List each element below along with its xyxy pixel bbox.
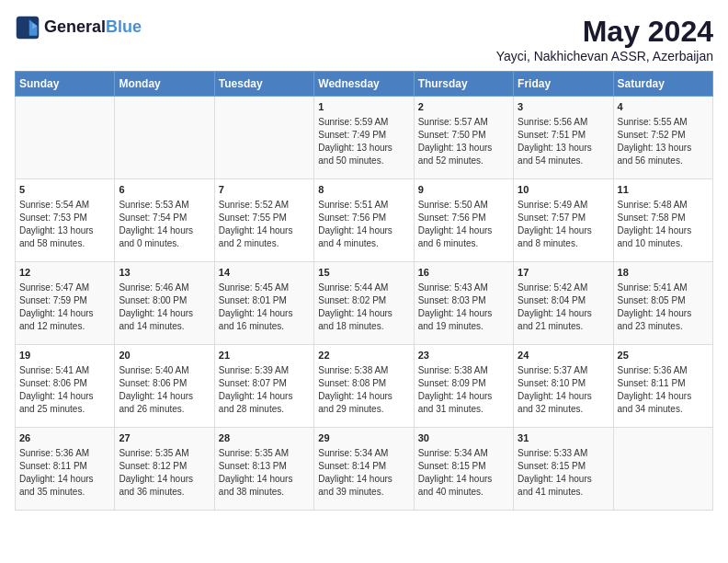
calendar-cell: 29Sunrise: 5:34 AM Sunset: 8:14 PM Dayli…: [314, 428, 414, 511]
cell-info: Sunrise: 5:38 AM Sunset: 8:09 PM Dayligh…: [418, 364, 509, 416]
day-number: 25: [618, 349, 709, 362]
calendar-cell: 31Sunrise: 5:33 AM Sunset: 8:15 PM Dayli…: [514, 428, 613, 511]
logo: GeneralBlue: [15, 15, 142, 40]
cell-info: Sunrise: 5:56 AM Sunset: 7:51 PM Dayligh…: [518, 116, 609, 167]
cell-info: Sunrise: 5:48 AM Sunset: 7:58 PM Dayligh…: [618, 199, 709, 250]
week-row-2: 5Sunrise: 5:54 AM Sunset: 7:53 PM Daylig…: [16, 179, 713, 262]
calendar-cell: 16Sunrise: 5:43 AM Sunset: 8:03 PM Dayli…: [414, 262, 513, 345]
location: Yayci, Nakhichevan ASSR, Azerbaijan: [496, 49, 713, 63]
day-number: 6: [119, 183, 210, 197]
cell-info: Sunrise: 5:40 AM Sunset: 8:06 PM Dayligh…: [119, 364, 210, 416]
cell-info: Sunrise: 5:41 AM Sunset: 8:06 PM Dayligh…: [19, 364, 110, 416]
cell-info: Sunrise: 5:42 AM Sunset: 8:04 PM Dayligh…: [518, 282, 609, 333]
header-day-tuesday: Tuesday: [214, 72, 313, 97]
calendar-cell: 18Sunrise: 5:41 AM Sunset: 8:05 PM Dayli…: [613, 262, 712, 345]
cell-info: Sunrise: 5:34 AM Sunset: 8:14 PM Dayligh…: [318, 447, 409, 499]
week-row-5: 26Sunrise: 5:36 AM Sunset: 8:11 PM Dayli…: [16, 428, 713, 511]
day-number: 13: [119, 266, 210, 280]
cell-info: Sunrise: 5:35 AM Sunset: 8:13 PM Dayligh…: [219, 447, 310, 499]
cell-info: Sunrise: 5:33 AM Sunset: 8:15 PM Dayligh…: [518, 447, 609, 499]
calendar-cell: 6Sunrise: 5:53 AM Sunset: 7:54 PM Daylig…: [115, 179, 214, 262]
day-number: 30: [418, 431, 509, 445]
day-number: 12: [19, 266, 110, 280]
calendar-cell: 24Sunrise: 5:37 AM Sunset: 8:10 PM Dayli…: [514, 345, 613, 428]
calendar-cell: 27Sunrise: 5:35 AM Sunset: 8:12 PM Dayli…: [115, 428, 214, 511]
day-number: 19: [19, 349, 110, 362]
day-number: 23: [418, 349, 509, 362]
calendar-cell: 19Sunrise: 5:41 AM Sunset: 8:06 PM Dayli…: [16, 345, 115, 428]
cell-info: Sunrise: 5:54 AM Sunset: 7:53 PM Dayligh…: [19, 199, 110, 250]
cell-info: Sunrise: 5:46 AM Sunset: 8:00 PM Dayligh…: [119, 282, 210, 333]
cell-info: Sunrise: 5:41 AM Sunset: 8:05 PM Dayligh…: [618, 282, 709, 333]
cell-info: Sunrise: 5:51 AM Sunset: 7:56 PM Dayligh…: [318, 199, 409, 250]
header-day-wednesday: Wednesday: [314, 72, 414, 97]
calendar-cell: 12Sunrise: 5:47 AM Sunset: 7:59 PM Dayli…: [16, 262, 115, 345]
day-number: 24: [518, 349, 609, 362]
calendar-cell: 23Sunrise: 5:38 AM Sunset: 8:09 PM Dayli…: [414, 345, 513, 428]
calendar-cell: 4Sunrise: 5:55 AM Sunset: 7:52 PM Daylig…: [613, 97, 712, 179]
day-number: 26: [19, 431, 110, 445]
day-number: 7: [219, 183, 310, 197]
cell-info: Sunrise: 5:36 AM Sunset: 8:11 PM Dayligh…: [19, 447, 110, 499]
calendar-cell: [613, 428, 712, 511]
calendar-cell: 14Sunrise: 5:45 AM Sunset: 8:01 PM Dayli…: [214, 262, 313, 345]
cell-info: Sunrise: 5:53 AM Sunset: 7:54 PM Dayligh…: [119, 199, 210, 250]
day-number: 17: [518, 266, 609, 280]
month-title: May 2024: [496, 15, 713, 49]
header-day-friday: Friday: [514, 72, 613, 97]
calendar-cell: 7Sunrise: 5:52 AM Sunset: 7:55 PM Daylig…: [214, 179, 313, 262]
day-number: 11: [618, 183, 709, 197]
header-row: SundayMondayTuesdayWednesdayThursdayFrid…: [16, 72, 713, 97]
day-number: 5: [19, 183, 110, 197]
cell-info: Sunrise: 5:34 AM Sunset: 8:15 PM Dayligh…: [418, 447, 509, 499]
calendar-cell: 26Sunrise: 5:36 AM Sunset: 8:11 PM Dayli…: [16, 428, 115, 511]
calendar-cell: 20Sunrise: 5:40 AM Sunset: 8:06 PM Dayli…: [115, 345, 214, 428]
cell-info: Sunrise: 5:57 AM Sunset: 7:50 PM Dayligh…: [418, 116, 509, 167]
logo-text: GeneralBlue: [44, 18, 142, 37]
header-day-sunday: Sunday: [16, 72, 115, 97]
calendar-cell: 25Sunrise: 5:36 AM Sunset: 8:11 PM Dayli…: [613, 345, 712, 428]
week-row-3: 12Sunrise: 5:47 AM Sunset: 7:59 PM Dayli…: [16, 262, 713, 345]
day-number: 10: [518, 183, 609, 197]
cell-info: Sunrise: 5:47 AM Sunset: 7:59 PM Dayligh…: [19, 282, 110, 333]
cell-info: Sunrise: 5:59 AM Sunset: 7:49 PM Dayligh…: [318, 116, 409, 167]
calendar-cell: 17Sunrise: 5:42 AM Sunset: 8:04 PM Dayli…: [514, 262, 613, 345]
day-number: 1: [318, 100, 409, 114]
cell-info: Sunrise: 5:55 AM Sunset: 7:52 PM Dayligh…: [618, 116, 709, 167]
calendar-cell: 10Sunrise: 5:49 AM Sunset: 7:57 PM Dayli…: [514, 179, 613, 262]
calendar-cell: 21Sunrise: 5:39 AM Sunset: 8:07 PM Dayli…: [214, 345, 313, 428]
calendar-cell: 22Sunrise: 5:38 AM Sunset: 8:08 PM Dayli…: [314, 345, 414, 428]
cell-info: Sunrise: 5:37 AM Sunset: 8:10 PM Dayligh…: [518, 364, 609, 416]
day-number: 29: [318, 431, 409, 445]
day-number: 14: [219, 266, 310, 280]
cell-info: Sunrise: 5:35 AM Sunset: 8:12 PM Dayligh…: [119, 447, 210, 499]
calendar-cell: [115, 97, 214, 179]
cell-info: Sunrise: 5:45 AM Sunset: 8:01 PM Dayligh…: [219, 282, 310, 333]
calendar-cell: 13Sunrise: 5:46 AM Sunset: 8:00 PM Dayli…: [115, 262, 214, 345]
calendar-cell: 11Sunrise: 5:48 AM Sunset: 7:58 PM Dayli…: [613, 179, 712, 262]
cell-info: Sunrise: 5:39 AM Sunset: 8:07 PM Dayligh…: [219, 364, 310, 416]
cell-info: Sunrise: 5:38 AM Sunset: 8:08 PM Dayligh…: [318, 364, 409, 416]
day-number: 22: [318, 349, 409, 362]
cell-info: Sunrise: 5:52 AM Sunset: 7:55 PM Dayligh…: [219, 199, 310, 250]
day-number: 27: [119, 431, 210, 445]
calendar-cell: 1Sunrise: 5:59 AM Sunset: 7:49 PM Daylig…: [314, 97, 414, 179]
cell-info: Sunrise: 5:50 AM Sunset: 7:56 PM Dayligh…: [418, 199, 509, 250]
header-day-saturday: Saturday: [613, 72, 712, 97]
cell-info: Sunrise: 5:36 AM Sunset: 8:11 PM Dayligh…: [618, 364, 709, 416]
week-row-1: 1Sunrise: 5:59 AM Sunset: 7:49 PM Daylig…: [16, 97, 713, 179]
logo-icon: [15, 15, 40, 40]
calendar-cell: 2Sunrise: 5:57 AM Sunset: 7:50 PM Daylig…: [414, 97, 513, 179]
calendar-cell: 28Sunrise: 5:35 AM Sunset: 8:13 PM Dayli…: [214, 428, 313, 511]
day-number: 3: [518, 100, 609, 114]
day-number: 15: [318, 266, 409, 280]
day-number: 16: [418, 266, 509, 280]
cell-info: Sunrise: 5:44 AM Sunset: 8:02 PM Dayligh…: [318, 282, 409, 333]
calendar-cell: [16, 97, 115, 179]
day-number: 2: [418, 100, 509, 114]
calendar-cell: [214, 97, 313, 179]
day-number: 28: [219, 431, 310, 445]
cell-info: Sunrise: 5:49 AM Sunset: 7:57 PM Dayligh…: [518, 199, 609, 250]
cell-info: Sunrise: 5:43 AM Sunset: 8:03 PM Dayligh…: [418, 282, 509, 333]
day-number: 18: [618, 266, 709, 280]
